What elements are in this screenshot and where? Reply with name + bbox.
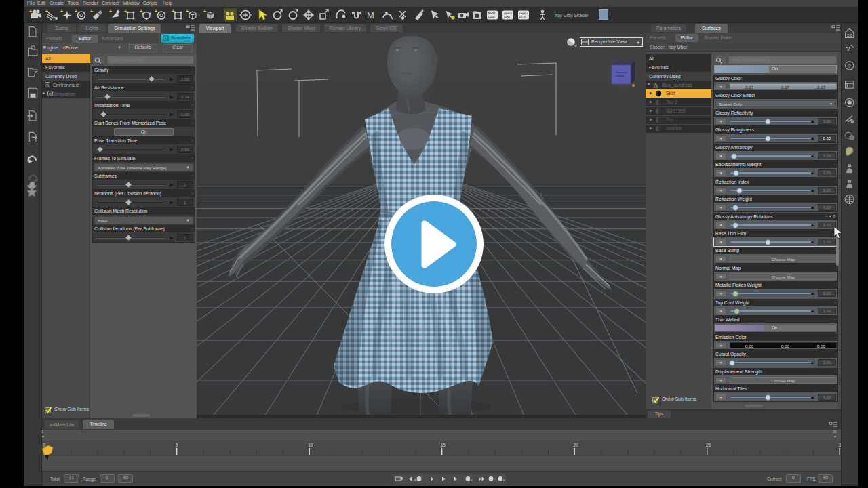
svg-text:ZERO: ZERO <box>519 12 528 15</box>
svg-text:+: + <box>140 9 142 14</box>
svg-text:+: + <box>60 9 63 14</box>
svg-text:+: + <box>109 9 112 14</box>
svg-text:20: 20 <box>574 443 579 447</box>
svg-text:+: + <box>203 9 206 14</box>
svg-text:+: + <box>29 9 32 14</box>
svg-text:+: + <box>45 9 48 14</box>
svg-text:DS: DS <box>847 33 852 37</box>
svg-text:+: + <box>75 9 77 14</box>
svg-text:+: + <box>172 9 174 14</box>
svg-text:15: 15 <box>441 443 446 447</box>
svg-text:+: + <box>155 9 157 14</box>
svg-text:M: M <box>367 10 374 20</box>
svg-text:10: 10 <box>309 443 314 447</box>
svg-text:≡: ≡ <box>471 477 473 481</box>
svg-text:30: 30 <box>839 443 842 447</box>
svg-text:≡: ≡ <box>414 477 416 481</box>
svg-text:+: + <box>90 9 93 14</box>
svg-text:MEM: MEM <box>488 12 496 15</box>
svg-text:+: + <box>124 9 127 14</box>
svg-text:5: 5 <box>176 443 178 447</box>
svg-text:SHP: SHP <box>504 16 510 19</box>
svg-text:≡: ≡ <box>503 477 505 481</box>
svg-text:GRP: GRP <box>488 16 495 19</box>
svg-text:?: ? <box>848 63 851 69</box>
svg-text:POS: POS <box>519 16 526 19</box>
svg-text:ZERO: ZERO <box>504 12 513 15</box>
svg-text:+: + <box>224 9 226 14</box>
svg-text:+: + <box>186 9 189 14</box>
svg-text:25: 25 <box>706 443 711 447</box>
svg-text:?: ? <box>846 45 850 54</box>
